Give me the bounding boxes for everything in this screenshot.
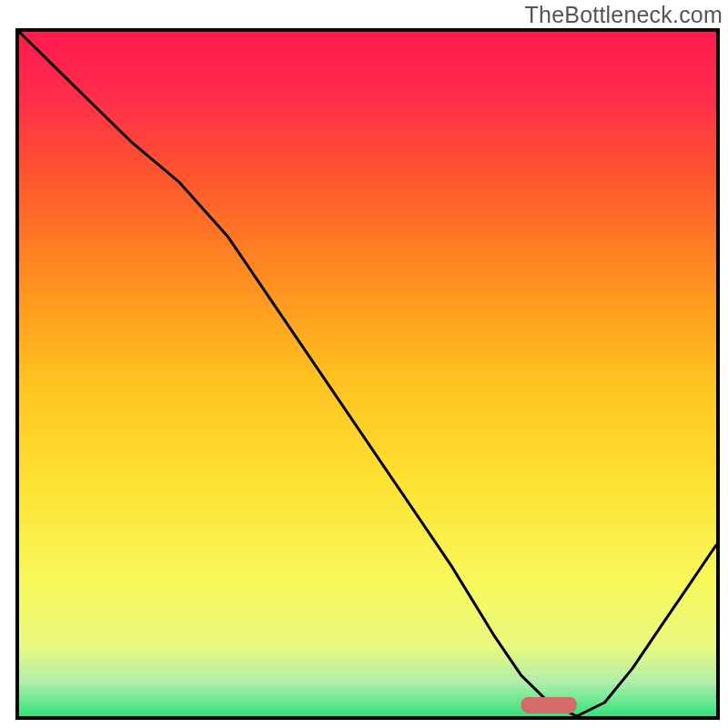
optimal-region-marker <box>521 697 577 713</box>
watermark-text: TheBottleneck.com <box>525 2 723 28</box>
chart-overlay <box>19 32 716 716</box>
chart-container: TheBottleneck.com <box>0 0 728 728</box>
chart-plot-area <box>15 28 720 720</box>
bottleneck-curve <box>19 32 716 716</box>
